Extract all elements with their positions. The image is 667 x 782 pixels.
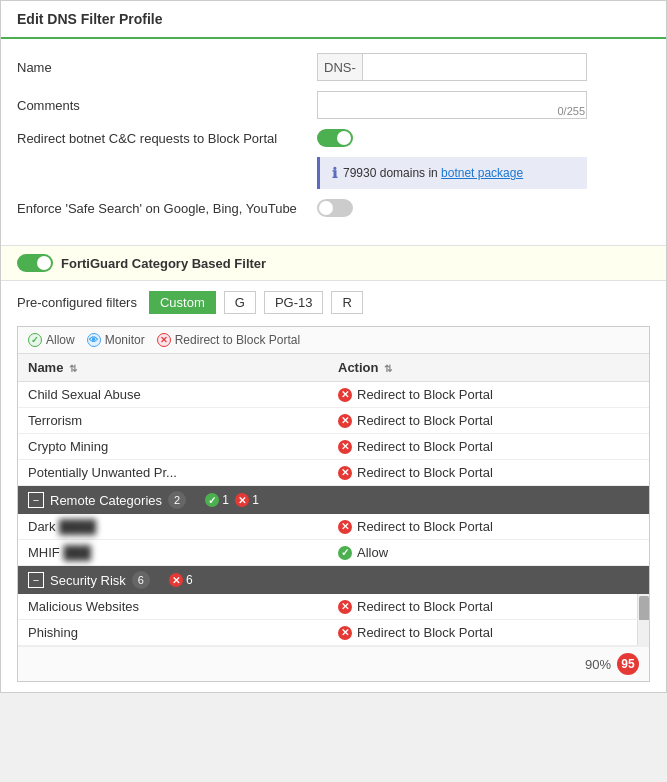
botnet-info-box: ℹ 79930 domains in botnet package xyxy=(317,157,587,189)
group-count: ✓ 1 ✕ 1 xyxy=(205,493,259,507)
name-input[interactable] xyxy=(363,54,586,80)
safe-search-toggle[interactable] xyxy=(317,199,353,217)
row-name: MHIF ███ xyxy=(18,540,328,566)
row-action: ✕ Redirect to Block Portal xyxy=(328,408,649,434)
safe-search-label: Enforce 'Safe Search' on Google, Bing, Y… xyxy=(17,201,317,216)
allow-count-icon: ✓ xyxy=(205,493,219,507)
row-action: ✕ Redirect to Block Portal xyxy=(328,620,649,646)
group-badge: 2 xyxy=(168,491,186,509)
name-label: Name xyxy=(17,60,317,75)
filter-custom[interactable]: Custom xyxy=(149,291,216,314)
block-icon: ✕ xyxy=(338,600,352,614)
page-title: Edit DNS Filter Profile xyxy=(1,1,666,39)
group-name: Remote Categories xyxy=(50,493,162,508)
row-action: ✕ Redirect to Block Portal xyxy=(328,460,649,486)
group-remote-categories[interactable]: − Remote Categories 2 ✓ 1 ✕ 1 xyxy=(18,486,649,515)
group-security-risk[interactable]: − Security Risk 6 ✕ 6 xyxy=(18,566,649,595)
table-row: MHIF ███ ✓ Allow xyxy=(18,540,649,566)
table-row: Dark ████ ✕ Redirect to Block Portal xyxy=(18,514,649,540)
mhif-blurred: ███ xyxy=(63,545,91,560)
allow-label: Allow xyxy=(46,333,75,347)
block-icon: ✕ xyxy=(338,626,352,640)
name-sort-icon[interactable]: ⇅ xyxy=(69,363,77,374)
percentage-badge: 95 xyxy=(617,653,639,675)
monitor-label: Monitor xyxy=(105,333,145,347)
row-action: ✕ Redirect to Block Portal xyxy=(328,594,649,620)
legend-redirect: ✕ Redirect to Block Portal xyxy=(157,333,300,347)
filter-r[interactable]: R xyxy=(331,291,362,314)
row-name: Child Sexual Abuse xyxy=(18,382,328,408)
group-security-badge: 6 xyxy=(132,571,150,589)
name-input-wrapper: DNS- xyxy=(317,53,587,81)
comments-input[interactable] xyxy=(317,91,587,119)
row-name: Terrorism xyxy=(18,408,328,434)
col-name-header[interactable]: Name ⇅ xyxy=(18,354,328,382)
redirect-botnet-label: Redirect botnet C&C requests to Block Po… xyxy=(17,131,317,146)
row-action: ✕ Redirect to Block Portal xyxy=(328,434,649,460)
percentage-label: 90% xyxy=(585,657,611,672)
table-legend: ✓ Allow 👁 Monitor ✕ Redirect to Block Po… xyxy=(18,327,649,354)
security-block-icon: ✕ xyxy=(169,573,183,587)
preconfig-label: Pre-configured filters xyxy=(17,295,137,310)
row-name: Dark ████ xyxy=(18,514,328,540)
table-row: Terrorism ✕ Redirect to Block Portal xyxy=(18,408,649,434)
fortiguard-section: FortiGuard Category Based Filter xyxy=(1,245,666,281)
block-icon: ✕ xyxy=(338,440,352,454)
legend-allow: ✓ Allow xyxy=(28,333,75,347)
filter-table: Name ⇅ Action ⇅ Child Sexual Abuse xyxy=(18,354,649,646)
group-collapse-icon[interactable]: − xyxy=(28,492,44,508)
table-row: Phishing ✕ Redirect to Block Portal xyxy=(18,620,649,646)
row-action: ✓ Allow xyxy=(328,540,649,566)
comments-wrapper: 0/255 xyxy=(317,91,587,119)
group-security-name: Security Risk xyxy=(50,573,126,588)
row-name: Potentially Unwanted Pr... xyxy=(18,460,328,486)
row-name: Malicious Websites xyxy=(18,594,328,620)
block-count-icon: ✕ xyxy=(235,493,249,507)
redirect-botnet-toggle[interactable] xyxy=(317,129,353,147)
name-prefix: DNS- xyxy=(318,54,363,80)
security-count: ✕ 6 xyxy=(169,573,193,587)
block-icon: ✕ xyxy=(338,414,352,428)
botnet-link[interactable]: botnet package xyxy=(441,166,523,180)
group-remote-cell: − Remote Categories 2 ✓ 1 ✕ 1 xyxy=(18,486,649,515)
redirect-icon: ✕ xyxy=(157,333,171,347)
table-row: Child Sexual Abuse ✕ Redirect to Block P… xyxy=(18,382,649,408)
monitor-icon: 👁 xyxy=(87,333,101,347)
fortiguard-label: FortiGuard Category Based Filter xyxy=(61,256,266,271)
block-icon: ✕ xyxy=(338,388,352,402)
legend-monitor: 👁 Monitor xyxy=(87,333,145,347)
filter-pg13[interactable]: PG-13 xyxy=(264,291,324,314)
table-row: Potentially Unwanted Pr... ✕ Redirect to… xyxy=(18,460,649,486)
fortiguard-toggle[interactable] xyxy=(17,254,53,272)
block-icon: ✕ xyxy=(338,520,352,534)
row-name: Crypto Mining xyxy=(18,434,328,460)
preconfig-row: Pre-configured filters Custom G PG-13 R xyxy=(1,291,666,314)
row-name: Phishing xyxy=(18,620,328,646)
allow-icon: ✓ xyxy=(338,546,352,560)
botnet-info-text: 79930 domains in xyxy=(343,166,438,180)
filter-g[interactable]: G xyxy=(224,291,256,314)
table-row: Malicious Websites ✕ Redirect to Block P… xyxy=(18,594,649,620)
block-icon: ✕ xyxy=(338,466,352,480)
dark-blurred: ████ xyxy=(59,519,96,534)
comments-count: 0/255 xyxy=(557,105,585,117)
filter-table-section: ✓ Allow 👁 Monitor ✕ Redirect to Block Po… xyxy=(17,326,650,682)
info-icon: ℹ xyxy=(332,165,337,181)
row-action: ✕ Redirect to Block Portal xyxy=(328,382,649,408)
redirect-label: Redirect to Block Portal xyxy=(175,333,300,347)
allow-icon: ✓ xyxy=(28,333,42,347)
table-row: Crypto Mining ✕ Redirect to Block Portal xyxy=(18,434,649,460)
row-action: ✕ Redirect to Block Portal xyxy=(328,514,649,540)
table-footer: 90% 95 xyxy=(18,646,649,681)
col-action-header[interactable]: Action ⇅ xyxy=(328,354,649,382)
action-sort-icon[interactable]: ⇅ xyxy=(384,363,392,374)
group-security-cell: − Security Risk 6 ✕ 6 xyxy=(18,566,649,595)
comments-label: Comments xyxy=(17,98,317,113)
group-security-collapse-icon[interactable]: − xyxy=(28,572,44,588)
